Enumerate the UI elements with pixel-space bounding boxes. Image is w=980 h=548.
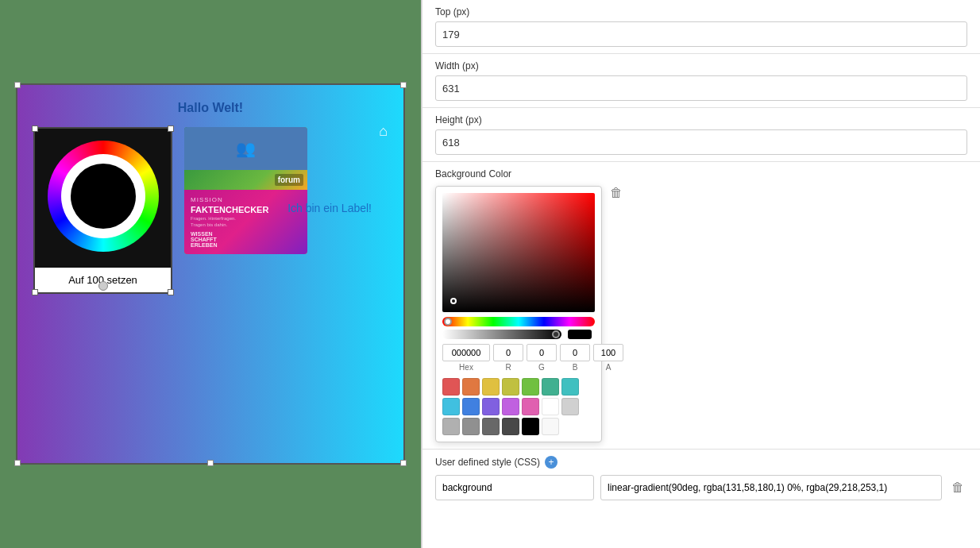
color-swatch-4[interactable] xyxy=(522,378,539,396)
right-panel: Top (px) Width (px) Height (px) Backgrou… xyxy=(422,0,980,548)
widget-resize-tl[interactable] xyxy=(32,125,38,132)
ring-black xyxy=(71,164,136,229)
color-swatch-7[interactable] xyxy=(442,398,460,415)
width-field-group: Width (px) xyxy=(422,54,980,107)
color-picker-row: Hex R G B A xyxy=(435,186,967,442)
widget-resize-br[interactable] xyxy=(168,289,174,295)
opacity-row xyxy=(442,330,595,339)
forum-image-top: forum xyxy=(184,170,307,190)
css-section-label: User defined style (CSS) xyxy=(435,457,540,468)
opacity-slider[interactable] xyxy=(442,330,561,339)
forum-sub-text: Fragen. Hinterfragen.Tragen bis dahin. xyxy=(191,216,301,229)
forum-mission: MISSION xyxy=(191,196,301,203)
top-field-group: Top (px) xyxy=(422,0,980,53)
forum-brand: WISSENSCHAFFTERLEBEN xyxy=(191,231,301,248)
g-label: G xyxy=(538,363,545,372)
canvas[interactable]: Hallo Welt! Auf 100 setzen xyxy=(16,83,405,465)
color-swatch-13[interactable] xyxy=(561,398,579,415)
color-gradient-square[interactable] xyxy=(442,193,595,312)
canvas-resize-tl[interactable] xyxy=(14,82,21,88)
canvas-resize-bc[interactable] xyxy=(207,460,214,466)
color-swatch-11[interactable] xyxy=(522,398,539,415)
ring-outer xyxy=(48,141,159,252)
css-section: User defined style (CSS) + 🗑 xyxy=(422,449,980,507)
b-label: B xyxy=(573,363,578,372)
opacity-slider-thumb xyxy=(552,330,560,338)
a-input[interactable] xyxy=(593,344,623,361)
home-icon[interactable]: ⌂ xyxy=(379,123,388,140)
css-section-header: User defined style (CSS) + xyxy=(435,456,967,469)
width-field-input[interactable] xyxy=(435,75,967,101)
width-field-label: Width (px) xyxy=(435,60,967,71)
hex-label: Hex xyxy=(459,363,473,372)
widget-resize-bl[interactable] xyxy=(32,289,38,295)
people-placeholder: 👥 xyxy=(184,127,307,170)
css-value-input[interactable] xyxy=(600,475,942,500)
opacity-black-box xyxy=(568,330,592,339)
color-swatch-9[interactable] xyxy=(482,398,500,415)
color-swatch-16[interactable] xyxy=(482,418,500,435)
canvas-content: Auf 100 setzen ⌂ 👥 forum xyxy=(33,127,388,294)
forum-image-bottom: MISSION FAKTENCHECKER Fragen. Hinterfrag… xyxy=(184,190,307,254)
bg-color-section: Background Color xyxy=(422,162,980,449)
add-css-button[interactable]: + xyxy=(545,456,558,469)
hex-input-group: Hex xyxy=(442,344,490,372)
hue-slider[interactable] xyxy=(442,317,595,326)
top-field-label: Top (px) xyxy=(435,6,967,17)
ring-indicator xyxy=(98,281,108,291)
hex-input[interactable] xyxy=(442,344,490,361)
g-input[interactable] xyxy=(527,344,557,361)
forum-logo: forum xyxy=(275,174,303,186)
top-field-input[interactable] xyxy=(435,21,967,47)
ring-white xyxy=(61,154,145,238)
forum-main-title: FAKTENCHECKER xyxy=(191,205,301,214)
delete-color-button[interactable]: 🗑 xyxy=(610,186,623,200)
color-swatch-1[interactable] xyxy=(462,378,480,396)
color-swatch-0[interactable] xyxy=(442,378,460,396)
color-swatch-8[interactable] xyxy=(462,398,480,415)
css-property-input[interactable] xyxy=(435,475,594,500)
b-input[interactable] xyxy=(560,344,590,361)
color-swatch-10[interactable] xyxy=(502,398,519,415)
color-swatch-5[interactable] xyxy=(542,378,559,396)
color-swatch-17[interactable] xyxy=(502,418,519,435)
forum-widget[interactable]: 👥 forum MISSION FAKTENCHECKER Fragen. Hi… xyxy=(184,127,307,254)
swatches-grid xyxy=(442,378,595,435)
a-label: A xyxy=(606,363,612,372)
color-ring xyxy=(48,141,159,252)
canvas-resize-br[interactable] xyxy=(400,460,407,466)
canvas-right-side: ⌂ 👥 forum MISSION FAKTENCHECKER Fr xyxy=(184,127,388,254)
color-ring-widget[interactable]: Auf 100 setzen xyxy=(33,127,172,294)
r-input-group: R xyxy=(493,344,523,372)
canvas-resize-bl[interactable] xyxy=(14,460,21,466)
r-label: R xyxy=(505,363,511,372)
b-input-group: B xyxy=(560,344,590,372)
canvas-label-text: Ich bin ein Label! xyxy=(287,202,372,214)
color-swatch-2[interactable] xyxy=(482,378,500,396)
css-delete-button[interactable]: 🗑 xyxy=(948,480,967,495)
canvas-resize-tr[interactable] xyxy=(400,82,407,88)
height-field-input[interactable] xyxy=(435,129,967,155)
color-swatch-15[interactable] xyxy=(462,418,480,435)
a-input-group: A xyxy=(593,344,623,372)
color-swatch-3[interactable] xyxy=(502,378,519,396)
hue-slider-thumb xyxy=(444,318,452,326)
color-swatch-12[interactable] xyxy=(542,398,559,415)
r-input[interactable] xyxy=(493,344,523,361)
left-panel: Hallo Welt! Auf 100 setzen xyxy=(0,0,421,548)
color-inputs-row: Hex R G B A xyxy=(442,344,595,372)
color-picker-popup: Hex R G B A xyxy=(435,186,602,442)
height-field-label: Height (px) xyxy=(435,114,967,125)
css-row: 🗑 xyxy=(435,475,967,500)
widget-resize-tr[interactable] xyxy=(168,125,174,132)
gradient-cursor xyxy=(450,298,457,304)
color-swatch-6[interactable] xyxy=(561,378,579,396)
forum-image: 👥 forum MISSION FAKTENCHECKER Fragen. Hi… xyxy=(184,127,307,254)
color-swatch-14[interactable] xyxy=(442,418,460,435)
color-swatch-19[interactable] xyxy=(542,418,559,435)
canvas-title: Hallo Welt! xyxy=(33,101,388,115)
g-input-group: G xyxy=(527,344,557,372)
bg-color-header: Background Color xyxy=(435,168,967,179)
height-field-group: Height (px) xyxy=(422,108,980,161)
color-swatch-18[interactable] xyxy=(522,418,539,435)
